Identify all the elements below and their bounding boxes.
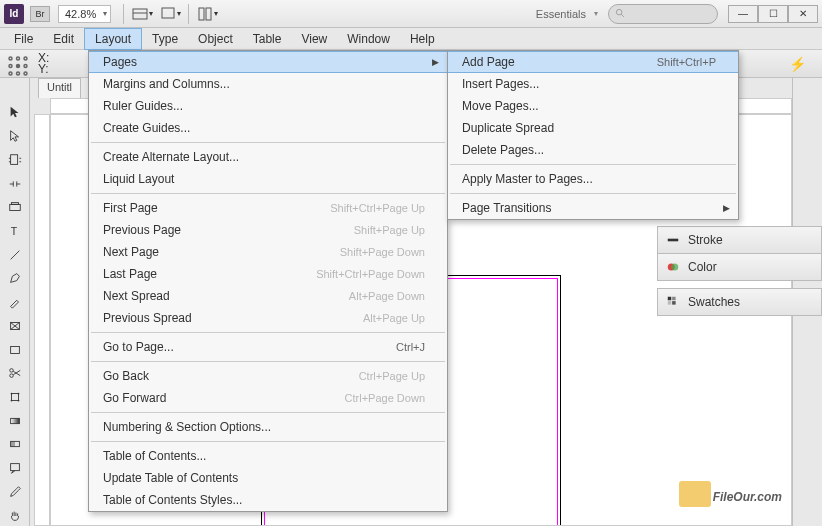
eyedropper-tool[interactable] xyxy=(3,482,27,503)
titlebar: Id Br 42.8% ▾ ▾ ▾ Essentials — ☐ ✕ xyxy=(0,0,822,28)
direct-selection-tool[interactable] xyxy=(3,126,27,147)
pages-menu-item-3[interactable]: Duplicate Spread xyxy=(448,117,738,139)
panel-stroke-label: Stroke xyxy=(688,233,723,247)
pages-menu-item-4: Delete Pages... xyxy=(448,139,738,161)
svg-rect-38 xyxy=(668,297,672,301)
layout-dropdown: Pages▶Margins and Columns...Ruler Guides… xyxy=(88,50,448,512)
layout-menu-label: Go Back xyxy=(103,369,359,383)
menu-help[interactable]: Help xyxy=(400,29,445,49)
zoom-level-select[interactable]: 42.8% xyxy=(58,5,111,23)
svg-rect-18 xyxy=(11,203,18,205)
pages-menu-item-2[interactable]: Move Pages... xyxy=(448,95,738,117)
layout-menu-label: Table of Contents... xyxy=(103,449,425,463)
layout-menu-item-3[interactable]: Create Guides... xyxy=(89,117,447,139)
svg-line-6 xyxy=(621,14,624,17)
layout-menu-item-1[interactable]: Margins and Columns... xyxy=(89,73,447,95)
menu-file[interactable]: File xyxy=(4,29,43,49)
layout-menu-item-5[interactable]: Create Alternate Layout... xyxy=(89,146,447,168)
quick-apply-icon[interactable]: ⚡ xyxy=(789,56,806,72)
note-tool[interactable] xyxy=(3,458,27,479)
layout-menu-item-15[interactable]: Go to Page...Ctrl+J xyxy=(89,336,447,358)
layout-menu-label: Next Spread xyxy=(103,289,349,303)
type-tool[interactable]: T xyxy=(3,221,27,242)
layout-menu-label: Update Table of Contents xyxy=(103,471,425,485)
layout-menu-item-10: Next PageShift+Page Down xyxy=(89,241,447,263)
hand-tool[interactable] xyxy=(3,505,27,526)
layout-menu-item-0[interactable]: Pages▶ xyxy=(89,51,447,73)
layout-menu-label: Margins and Columns... xyxy=(103,77,425,91)
y-label: Y: xyxy=(38,64,49,75)
layout-menu-shortcut: Shift+Page Down xyxy=(340,246,425,258)
pages-menu-label: Delete Pages... xyxy=(462,143,716,157)
pages-menu-label: Move Pages... xyxy=(462,99,716,113)
pages-menu-item-0[interactable]: Add PageShift+Ctrl+P xyxy=(448,51,738,73)
scissors-tool[interactable] xyxy=(3,363,27,384)
layout-menu-shortcut: Ctrl+J xyxy=(396,341,425,353)
pages-menu-item-8[interactable]: Page Transitions▶ xyxy=(448,197,738,219)
search-input[interactable] xyxy=(608,4,718,24)
menu-type[interactable]: Type xyxy=(142,29,188,49)
menu-layout[interactable]: Layout xyxy=(84,28,142,50)
rectangle-tool[interactable] xyxy=(3,339,27,360)
svg-point-30 xyxy=(10,400,12,402)
layout-menu-item-2[interactable]: Ruler Guides... xyxy=(89,95,447,117)
layout-menu-item-22[interactable]: Table of Contents... xyxy=(89,445,447,467)
layout-menu-label: Last Page xyxy=(103,267,316,281)
workspace-switcher[interactable]: Essentials xyxy=(528,6,600,22)
menu-edit[interactable]: Edit xyxy=(43,29,84,49)
close-button[interactable]: ✕ xyxy=(788,5,818,23)
bridge-badge[interactable]: Br xyxy=(30,6,50,22)
panel-color[interactable]: Color xyxy=(657,253,822,281)
pen-tool[interactable] xyxy=(3,268,27,289)
layout-menu-shortcut: Alt+Page Down xyxy=(349,290,425,302)
vertical-ruler[interactable] xyxy=(34,114,50,526)
svg-point-28 xyxy=(10,393,12,395)
gradient-feather-tool[interactable] xyxy=(3,434,27,455)
minimize-button[interactable]: — xyxy=(728,5,758,23)
svg-point-8 xyxy=(17,57,20,60)
pages-menu-label: Page Transitions xyxy=(462,201,716,215)
layout-menu-label: Numbering & Section Options... xyxy=(103,420,425,434)
layout-menu-item-12: Next SpreadAlt+Page Down xyxy=(89,285,447,307)
gap-tool[interactable] xyxy=(3,173,27,194)
gradient-swatch-tool[interactable] xyxy=(3,410,27,431)
svg-rect-40 xyxy=(668,301,672,305)
document-tab[interactable]: Untitl xyxy=(38,78,81,98)
layout-menu-item-13: Previous SpreadAlt+Page Up xyxy=(89,307,447,329)
panel-swatches[interactable]: Swatches xyxy=(657,288,822,316)
svg-line-20 xyxy=(10,250,19,259)
screen-mode-icon[interactable]: ▾ xyxy=(158,4,182,24)
free-transform-tool[interactable] xyxy=(3,387,27,408)
pages-menu-shortcut: Shift+Ctrl+P xyxy=(657,56,716,68)
layout-menu-label: First Page xyxy=(103,201,330,215)
view-options-icon[interactable]: ▾ xyxy=(130,4,154,24)
layout-menu-label: Go Forward xyxy=(103,391,345,405)
layout-menu-label: Go to Page... xyxy=(103,340,396,354)
pencil-tool[interactable] xyxy=(3,292,27,313)
reference-point-icon[interactable] xyxy=(6,54,30,74)
page-tool[interactable] xyxy=(3,149,27,170)
panel-stroke[interactable]: Stroke xyxy=(657,226,822,254)
window-controls: — ☐ ✕ xyxy=(728,5,818,23)
menu-object[interactable]: Object xyxy=(188,29,243,49)
svg-rect-27 xyxy=(11,393,18,400)
menu-table[interactable]: Table xyxy=(243,29,292,49)
menu-window[interactable]: Window xyxy=(337,29,400,49)
pages-submenu: Add PageShift+Ctrl+PInsert Pages...Move … xyxy=(447,50,739,220)
layout-menu-item-6[interactable]: Liquid Layout xyxy=(89,168,447,190)
line-tool[interactable] xyxy=(3,244,27,265)
svg-point-12 xyxy=(24,64,27,67)
arrange-docs-icon[interactable]: ▾ xyxy=(195,4,219,24)
maximize-button[interactable]: ☐ xyxy=(758,5,788,23)
pages-menu-item-1[interactable]: Insert Pages... xyxy=(448,73,738,95)
pages-menu-label: Duplicate Spread xyxy=(462,121,716,135)
content-collector-tool[interactable] xyxy=(3,197,27,218)
layout-menu-item-20[interactable]: Numbering & Section Options... xyxy=(89,416,447,438)
pages-menu-item-6[interactable]: Apply Master to Pages... xyxy=(448,168,738,190)
rectangle-frame-tool[interactable] xyxy=(3,315,27,336)
submenu-arrow-icon: ▶ xyxy=(723,203,730,213)
menu-view[interactable]: View xyxy=(291,29,337,49)
svg-point-13 xyxy=(9,72,12,75)
selection-tool[interactable] xyxy=(3,102,27,123)
layout-menu-item-24[interactable]: Table of Contents Styles... xyxy=(89,489,447,511)
